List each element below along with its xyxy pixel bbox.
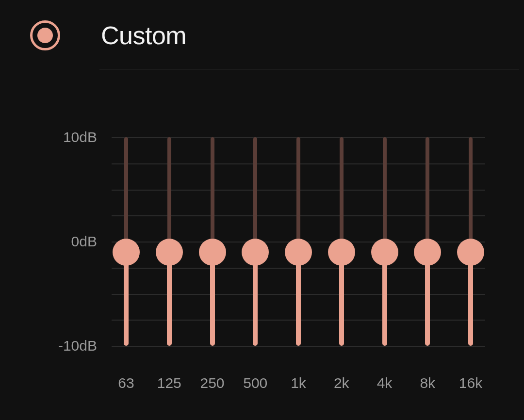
slider-track-upper xyxy=(383,137,387,252)
x-axis-labels: 631252505001k2k4k8k16k xyxy=(112,375,485,394)
slider-track-lower xyxy=(124,252,129,346)
equalizer-grid xyxy=(112,137,485,346)
x-label-4k: 4k xyxy=(377,375,393,391)
radio-selected-icon xyxy=(37,28,53,43)
slider-track-upper xyxy=(426,137,429,252)
slider-track-upper xyxy=(167,137,171,252)
slider-thumb[interactable] xyxy=(156,239,183,266)
slider-thumb[interactable] xyxy=(113,239,140,266)
slider-track-lower xyxy=(382,252,387,346)
slider-track-upper xyxy=(124,137,128,252)
slider-thumb[interactable] xyxy=(371,239,398,266)
slider-track-lower xyxy=(468,252,473,346)
x-label-8k: 8k xyxy=(420,375,435,391)
x-label-1k: 1k xyxy=(291,375,306,391)
slider-thumb[interactable] xyxy=(285,239,312,266)
preset-header: Custom xyxy=(0,0,524,50)
slider-track-lower xyxy=(425,252,430,346)
slider-track-lower xyxy=(210,252,215,346)
preset-radio-custom[interactable] xyxy=(30,20,60,50)
grid-line xyxy=(112,346,485,347)
slider-track-upper xyxy=(296,137,300,252)
x-label-63: 63 xyxy=(118,375,134,391)
header-divider xyxy=(99,69,519,69)
slider-track-lower xyxy=(167,252,172,346)
slider-thumb[interactable] xyxy=(457,239,484,266)
slider-thumb[interactable] xyxy=(242,239,269,266)
y-label-min: -10dB xyxy=(58,338,97,354)
slider-track-upper xyxy=(340,137,344,252)
slider-track-lower xyxy=(339,252,344,346)
y-label-mid: 0dB xyxy=(71,233,97,250)
preset-title: Custom xyxy=(101,21,186,50)
slider-track-lower xyxy=(253,252,258,346)
y-label-max: 10dB xyxy=(63,129,97,145)
x-label-2k: 2k xyxy=(334,375,349,391)
y-axis-labels: 10dB 0dB -10dB xyxy=(52,137,97,346)
x-label-250: 250 xyxy=(200,375,224,391)
slider-track-upper xyxy=(469,137,473,252)
slider-thumb[interactable] xyxy=(414,239,441,266)
slider-track-lower xyxy=(296,252,301,346)
slider-thumb[interactable] xyxy=(199,239,226,266)
x-label-16k: 16k xyxy=(459,375,482,391)
slider-thumb[interactable] xyxy=(328,239,355,266)
x-label-125: 125 xyxy=(157,375,181,391)
x-label-500: 500 xyxy=(243,375,267,391)
slider-track-upper xyxy=(253,137,257,252)
slider-track-upper xyxy=(211,137,214,252)
